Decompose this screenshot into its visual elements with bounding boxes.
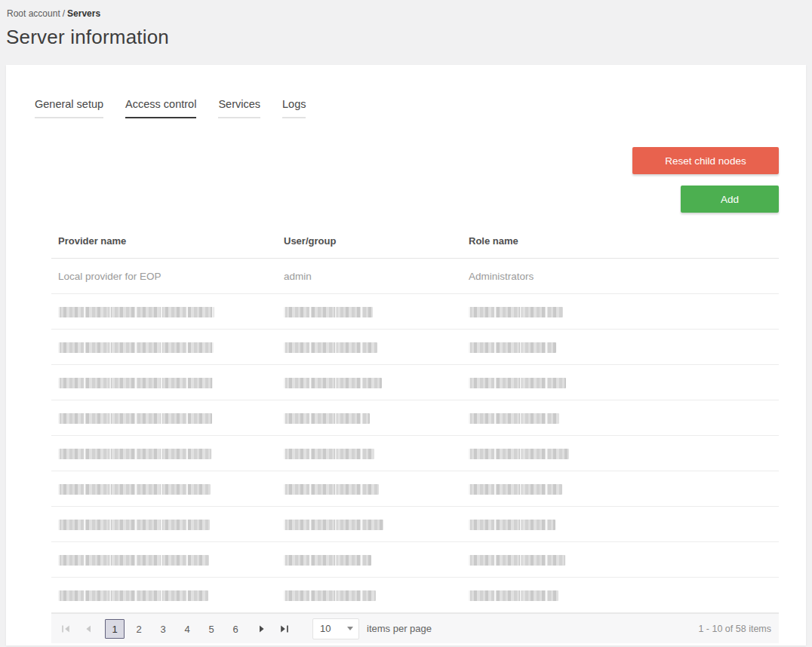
table-cell [51,330,277,365]
redacted-text [284,449,374,459]
table-cell [51,542,277,578]
table-cell: Administrators [462,259,779,294]
table-cell [277,471,462,507]
table-cell: admin [277,259,462,294]
pager-pages: 123456 [103,619,248,639]
redacted-text [284,342,377,353]
table-cell [51,365,277,400]
redacted-text [58,342,214,353]
page-button-1[interactable]: 1 [105,619,125,639]
table-cell [277,542,462,578]
column-header-user-group[interactable]: User/group [277,223,462,259]
previous-page-button[interactable] [77,618,100,640]
redacted-text [284,520,383,530]
breadcrumb-root-account[interactable]: Root account [7,8,60,19]
redacted-text [284,555,371,566]
redacted-text [284,484,379,495]
redacted-text [469,590,558,601]
redacted-text [284,413,370,424]
column-header-provider-name[interactable]: Provider name [51,223,277,259]
table-header-row: Provider nameUser/groupRole name [51,223,779,259]
table-cell [51,578,277,613]
table-header: Provider nameUser/groupRole name [51,223,779,259]
table-cell [462,578,779,613]
next-page-button[interactable] [251,618,273,640]
tab-access-control[interactable]: Access control [125,98,196,118]
table-cell [51,471,277,507]
table-cell [277,436,462,471]
redacted-text [469,484,562,495]
next-page-icon [257,624,266,633]
redacted-text [284,378,382,388]
tab-general-setup[interactable]: General setup [35,98,103,118]
table-row [51,578,779,613]
last-page-button[interactable] [273,618,296,640]
redacted-text [58,413,212,424]
redacted-text [58,378,213,388]
access-control-table: Provider nameUser/groupRole name Local p… [51,223,779,613]
page-button-5[interactable]: 5 [201,619,221,639]
table-cell [277,294,462,330]
dropdown-caret-icon [347,627,353,630]
breadcrumb-current-servers: Servers [67,8,100,19]
items-per-page-label: items per page [367,623,432,634]
first-page-button[interactable] [54,618,77,640]
table-row: Local provider for EOPadminAdministrator… [51,259,779,294]
table-cell: Local provider for EOP [51,259,277,294]
table-cell [462,542,779,578]
table-cell [51,400,277,436]
tabs: General setupAccess controlServicesLogs [35,98,806,118]
last-page-icon [280,624,289,633]
redacted-text [469,555,565,566]
redacted-text [58,449,211,459]
first-page-icon [61,624,70,633]
page-size-value: 10 [320,623,331,634]
table-cell [51,294,277,330]
redacted-text [469,449,569,459]
tab-services[interactable]: Services [218,98,260,118]
page-title: Server information [6,26,812,49]
table-cell [462,365,779,400]
action-buttons: Reset child nodes Add [6,147,779,213]
table-cell [277,507,462,542]
column-header-role-name[interactable]: Role name [462,223,779,259]
previous-page-icon [84,624,93,633]
page-button-6[interactable]: 6 [226,619,245,639]
redacted-text [469,520,555,530]
table-cell [277,365,462,400]
page-button-3[interactable]: 3 [153,619,173,639]
content-card: General setupAccess controlServicesLogs … [6,65,806,645]
redacted-text [58,307,214,317]
redacted-text [58,484,211,495]
table-cell [462,507,779,542]
reset-child-nodes-button[interactable]: Reset child nodes [632,147,779,174]
table-row [51,294,779,330]
table-row [51,507,779,542]
table-body: Local provider for EOPadminAdministrator… [51,259,779,613]
redacted-text [469,413,559,424]
pager-summary: 1 - 10 of 58 items [698,624,771,634]
table-row [51,542,779,578]
redacted-text [284,590,376,601]
redacted-text [58,590,208,601]
tab-logs[interactable]: Logs [282,98,306,118]
table-cell [277,400,462,436]
page-button-4[interactable]: 4 [177,619,197,639]
redacted-text [469,378,566,388]
table-cell [51,507,277,542]
table-row [51,400,779,436]
page-button-2[interactable]: 2 [129,619,149,639]
add-button[interactable]: Add [681,186,779,213]
redacted-text [284,307,373,317]
table-cell [277,578,462,613]
redacted-text [469,342,556,353]
table-cell [462,400,779,436]
table-cell [462,436,779,471]
page: Root account/Servers Server information … [0,0,812,645]
table-row [51,436,779,471]
table-cell [277,330,462,365]
table-cell [462,294,779,330]
redacted-text [58,520,210,530]
page-size-dropdown[interactable]: 10 [312,618,359,639]
table-cell [51,436,277,471]
